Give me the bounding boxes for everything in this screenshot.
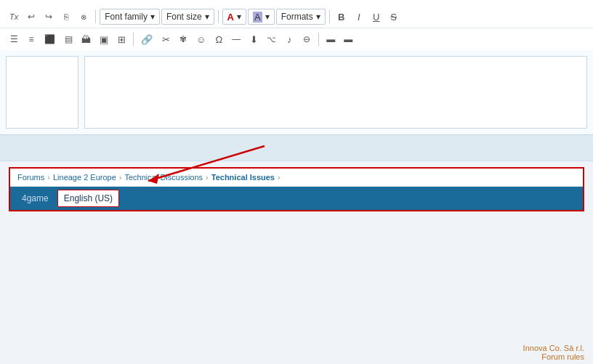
nav-bar: 4game English (US): [10, 187, 583, 210]
chevron-down-icon: ▾: [316, 12, 320, 22]
format2-button[interactable]: ▬: [340, 31, 356, 47]
bold-button[interactable]: B: [334, 9, 350, 25]
minus-button[interactable]: ⊖: [299, 31, 315, 47]
redo-button[interactable]: ↪: [41, 9, 57, 25]
breadcrumb-sep1: ›: [47, 173, 50, 182]
chevron-down-icon: ▾: [205, 12, 209, 22]
special-chars-button[interactable]: Ω: [211, 31, 227, 47]
font-size-dropdown[interactable]: Font size ▾: [161, 9, 214, 25]
unlink-button[interactable]: ✂: [158, 31, 174, 47]
breadcrumb-sep3: ›: [206, 173, 209, 182]
formats-dropdown[interactable]: Formats ▾: [276, 9, 326, 25]
nav-4game[interactable]: 4game: [16, 190, 55, 206]
company-name: Innova Co. Sà r.l.: [523, 344, 584, 352]
breadcrumb-lineage[interactable]: Lineage 2 Europe: [53, 173, 116, 182]
audio-button[interactable]: ♪: [281, 31, 297, 47]
nav-english-us[interactable]: English (US): [57, 190, 119, 207]
editor-area: Tx ↩ ↪ ⎘ ⊗ Font family ▾ Font size ▾ A ▾…: [0, 0, 593, 161]
toolbar-row1: Tx ↩ ↪ ⎘ ⊗ Font family ▾ Font size ▾ A ▾…: [0, 6, 593, 28]
emoji-button[interactable]: ☺: [193, 31, 209, 47]
format1-button[interactable]: ▬: [323, 31, 339, 47]
align-left-button[interactable]: ⬛: [41, 31, 59, 47]
link-button[interactable]: 🔗: [137, 31, 156, 47]
undo-button[interactable]: ↩: [23, 9, 39, 25]
source-button[interactable]: ✾: [175, 31, 191, 47]
underline-button[interactable]: U: [368, 9, 384, 25]
italic-button[interactable]: I: [351, 9, 367, 25]
forum-rules-link[interactable]: Forum rules: [523, 352, 584, 361]
breadcrumb-sep4: ›: [278, 173, 281, 182]
breadcrumb-tech-issues[interactable]: Technical Issues: [211, 173, 275, 182]
separator4: [133, 33, 134, 46]
ordered-list-button[interactable]: ≡: [23, 31, 39, 47]
strikethrough-button[interactable]: S: [386, 9, 402, 25]
chevron-down-icon: ▾: [265, 12, 270, 22]
editor-thumbnail: [6, 56, 78, 129]
separator5: [318, 33, 319, 46]
chevron-down-icon: ▾: [150, 12, 155, 22]
editor-content: [0, 50, 593, 134]
font-family-dropdown[interactable]: Font family ▾: [100, 9, 160, 25]
editor-footer-band: [0, 134, 593, 161]
table-button[interactable]: ⊞: [113, 31, 129, 47]
annotation-box: Forums › Lineage 2 Europe › Technical Di…: [9, 167, 584, 211]
separator1: [95, 10, 96, 23]
breadcrumb-sep2: ›: [119, 173, 122, 182]
chevron-down-icon: ▾: [237, 12, 241, 22]
media-button[interactable]: ▣: [96, 31, 112, 47]
paste-button[interactable]: ⎘: [58, 9, 74, 25]
clear-formatting-button[interactable]: Tx: [6, 9, 22, 25]
paste-special-button[interactable]: ⊗: [76, 9, 92, 25]
bg-color-dropdown[interactable]: A ▾: [248, 9, 275, 25]
separator3: [329, 10, 330, 23]
insert-image-button[interactable]: 🏔: [78, 31, 94, 47]
align-right-button[interactable]: ▤: [60, 31, 76, 47]
download-button[interactable]: ⬇: [246, 31, 262, 47]
separator2: [218, 10, 219, 23]
breadcrumb-forums[interactable]: Forums: [17, 173, 44, 182]
toolbar-row2: ☰ ≡ ⬛ ▤ 🏔 ▣ ⊞ 🔗 ✂ ✾ ☺ Ω — ⬇ ⌥ ♪ ⊖ ▬ ▬: [0, 28, 593, 50]
font-color-dropdown[interactable]: A ▾: [222, 9, 246, 25]
code-button[interactable]: ⌥: [263, 31, 280, 47]
breadcrumb-tech-discussions[interactable]: Technical Discussions: [124, 173, 203, 182]
unordered-list-button[interactable]: ☰: [6, 31, 22, 47]
hr-button[interactable]: —: [228, 31, 244, 47]
breadcrumb: Forums › Lineage 2 Europe › Technical Di…: [10, 169, 583, 187]
footer-bottom: Innova Co. Sà r.l. Forum rules: [523, 341, 584, 364]
editor-text-area[interactable]: [84, 56, 587, 129]
